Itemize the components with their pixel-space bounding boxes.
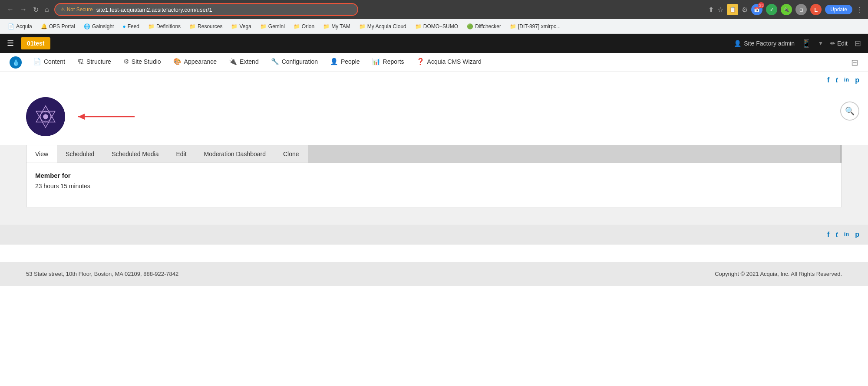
gainsight-icon: 🌐 bbox=[84, 23, 90, 29]
warning-icon: ⚠ bbox=[60, 7, 65, 13]
bookmark-label-acquia: Acquia bbox=[16, 23, 32, 29]
facebook-icon-top[interactable]: f bbox=[827, 76, 829, 84]
device-dropdown-arrow[interactable]: ▼ bbox=[818, 40, 823, 46]
bookmark-item-ops[interactable]: 🔔 OPS Portal bbox=[37, 22, 79, 31]
hamburger-menu[interactable]: ☰ bbox=[7, 39, 14, 48]
nav-item-reports[interactable]: 📊 Reports bbox=[366, 53, 410, 72]
reports-icon: 📊 bbox=[372, 58, 380, 65]
nav-label-reports: Reports bbox=[383, 58, 404, 65]
bookmark-label-resources: Resources bbox=[198, 23, 222, 29]
acquia-wizard-icon: ❓ bbox=[416, 58, 425, 65]
linkedin-icon-bottom[interactable]: in bbox=[844, 231, 849, 239]
nav-label-configuration: Configuration bbox=[282, 58, 318, 65]
dit-icon: 📁 bbox=[510, 23, 516, 29]
footer-copyright: Copyright © 2021 Acquia, Inc. All Rights… bbox=[715, 271, 842, 277]
drupal-drop-icon: 💧 bbox=[10, 56, 22, 69]
app-icon-1[interactable]: 📋 bbox=[727, 4, 738, 15]
diffchecker-icon: 🟢 bbox=[467, 23, 473, 29]
tabs-container: View Scheduled Scheduled Media Edit Mode… bbox=[26, 145, 842, 163]
bookmark-item-definitions[interactable]: 📁 Definitions bbox=[145, 22, 184, 31]
bookmark-item-vega[interactable]: 📁 Vega bbox=[228, 22, 254, 31]
reload-button[interactable]: ↻ bbox=[31, 4, 40, 16]
tab-clone[interactable]: Clone bbox=[274, 145, 308, 163]
nav-item-site-studio[interactable]: ⚙ Site Studio bbox=[117, 53, 167, 72]
back-button[interactable]: ← bbox=[5, 4, 16, 15]
bookmark-item-resources[interactable]: 📁 Resources bbox=[186, 22, 226, 31]
nav-item-acquia-wizard[interactable]: ❓ Acquia CMS Wizard bbox=[410, 53, 488, 72]
arrow-annotation bbox=[69, 106, 139, 128]
nav-item-people[interactable]: 👤 People bbox=[324, 53, 366, 72]
share-icon[interactable]: ⬆ bbox=[708, 6, 714, 14]
browser-chrome: ← → ↻ ⌂ ⚠ Not Secure site1.test-acquiata… bbox=[0, 0, 868, 19]
more-options-icon[interactable]: ⋮ bbox=[856, 6, 863, 14]
bookmark-item-orion[interactable]: 📁 Orion bbox=[290, 22, 318, 31]
ops-icon: 🔔 bbox=[41, 23, 47, 29]
star-icon[interactable]: ☆ bbox=[717, 6, 723, 14]
nav-item-extend[interactable]: 🔌 Extend bbox=[223, 53, 265, 72]
nav-item-appearance[interactable]: 🎨 Appearance bbox=[167, 53, 223, 72]
tab-scheduled[interactable]: Scheduled bbox=[57, 145, 103, 163]
bookmark-item-gainsight[interactable]: 🌐 Gainsight bbox=[80, 22, 118, 31]
bookmark-item-dit[interactable]: 📁 [DIT-897] xmlrpc... bbox=[506, 22, 564, 31]
bookmark-item-gemini[interactable]: 📁 Gemini bbox=[257, 22, 288, 31]
bookmark-label-mytam: My TAM bbox=[331, 23, 350, 29]
content-area: View Scheduled Scheduled Media Edit Mode… bbox=[0, 145, 868, 225]
pinterest-icon-top[interactable]: p bbox=[855, 76, 859, 84]
forward-button[interactable]: → bbox=[18, 4, 29, 15]
user-avatar[interactable] bbox=[26, 97, 65, 136]
configuration-icon: 🔧 bbox=[271, 58, 279, 65]
tab-moderation-dashboard[interactable]: Moderation Dashboard bbox=[195, 145, 274, 163]
pencil-icon: ✏ bbox=[830, 40, 835, 47]
bookmark-item-domo[interactable]: 📁 DOMO+SUMO bbox=[412, 22, 462, 31]
home-button[interactable]: ⌂ bbox=[43, 4, 51, 15]
tab-edit[interactable]: Edit bbox=[167, 145, 195, 163]
update-button[interactable]: Update bbox=[825, 5, 852, 14]
pinterest-icon-bottom[interactable]: p bbox=[855, 231, 859, 239]
acquia-icon: 📄 bbox=[8, 23, 14, 29]
definitions-icon: 📁 bbox=[148, 23, 155, 29]
nav-item-content[interactable]: 📄 Content bbox=[27, 53, 71, 72]
bookmark-item-diffchecker[interactable]: 🟢 Diffchecker bbox=[463, 22, 505, 31]
linkedin-icon-top[interactable]: in bbox=[844, 76, 849, 84]
twitter-icon-bottom[interactable]: t bbox=[835, 231, 838, 239]
tab-scheduled-media[interactable]: Scheduled Media bbox=[103, 145, 167, 163]
bookmark-item-feed[interactable]: ● Feed bbox=[119, 22, 143, 31]
admin-user-menu[interactable]: 👤 Site Factory admin bbox=[734, 40, 795, 47]
nav-right: ⊟ bbox=[846, 53, 864, 72]
bookmark-item-myacquia[interactable]: 📁 My Acquia Cloud bbox=[356, 22, 410, 31]
ext-icon-4[interactable]: ◻ bbox=[795, 4, 807, 15]
device-switcher[interactable]: 📱 bbox=[802, 39, 811, 48]
bookmark-item-mytam[interactable]: 📁 My TAM bbox=[320, 22, 354, 31]
ext-icon-2[interactable]: ✓ bbox=[766, 4, 777, 15]
not-secure-indicator: ⚠ Not Secure bbox=[60, 7, 93, 13]
facebook-icon-bottom[interactable]: f bbox=[827, 231, 829, 239]
social-bar-top: f t in p bbox=[0, 72, 868, 88]
tab-view[interactable]: View bbox=[26, 145, 57, 163]
address-bar[interactable]: ⚠ Not Secure site1.test-acquiatam2.acsit… bbox=[54, 3, 358, 16]
drupal-logo[interactable]: 💧 bbox=[4, 53, 27, 72]
nav-right-toggle[interactable]: ⊟ bbox=[846, 57, 864, 68]
structure-icon: 🏗 bbox=[77, 58, 84, 65]
bookmark-label-gainsight: Gainsight bbox=[92, 23, 114, 29]
settings-icon[interactable]: ⚙ bbox=[742, 6, 748, 14]
edit-button[interactable]: ✏ Edit bbox=[830, 40, 848, 47]
mytam-icon: 📁 bbox=[323, 23, 330, 29]
notification-badge: 23 bbox=[758, 2, 764, 8]
nav-item-structure[interactable]: 🏗 Structure bbox=[71, 53, 117, 72]
not-secure-label: Not Secure bbox=[67, 7, 93, 13]
bookmark-item-acquia[interactable]: 📄 Acquia bbox=[4, 22, 36, 31]
twitter-icon-top[interactable]: t bbox=[835, 76, 838, 84]
feed-icon: ● bbox=[122, 23, 125, 29]
svg-marker-9 bbox=[78, 114, 85, 120]
nav-item-configuration[interactable]: 🔧 Configuration bbox=[265, 53, 324, 72]
site-studio-icon: ⚙ bbox=[123, 58, 129, 65]
notification-area[interactable]: 📅 23 bbox=[751, 4, 762, 15]
site-name-badge[interactable]: 01test bbox=[21, 37, 50, 49]
ext-icon-3[interactable]: 🔌 bbox=[781, 4, 792, 15]
sidebar-toggle-icon[interactable]: ⊟ bbox=[855, 39, 861, 48]
bookmark-label-domo: DOMO+SUMO bbox=[423, 23, 458, 29]
user-profile-circle[interactable]: L bbox=[810, 4, 822, 15]
bookmark-label-ops: OPS Portal bbox=[49, 23, 75, 29]
search-button[interactable]: 🔍 bbox=[840, 101, 859, 121]
extend-icon: 🔌 bbox=[229, 58, 237, 65]
